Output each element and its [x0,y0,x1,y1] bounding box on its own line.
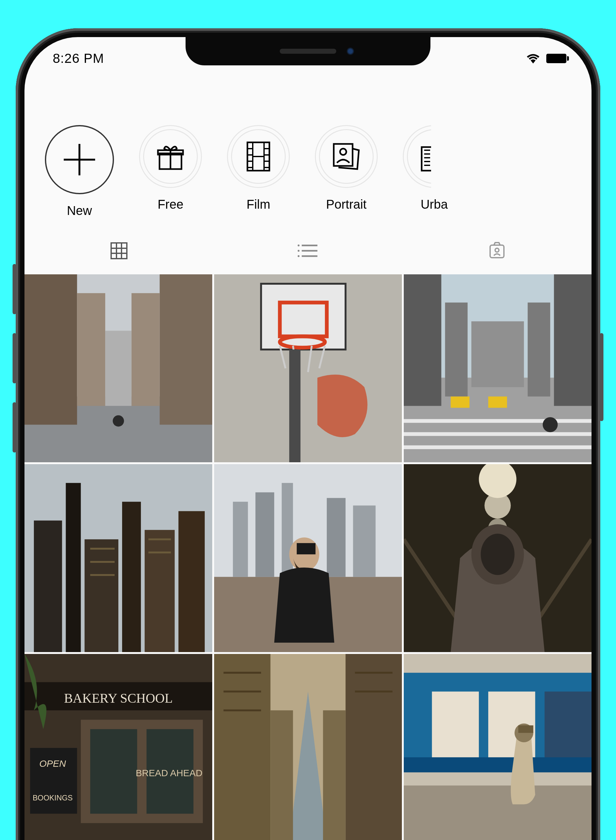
svg-rect-36 [488,397,507,408]
thumb-city-street-1[interactable] [25,274,212,462]
highlight-label: Portrait [326,197,367,212]
svg-rect-53 [297,543,315,555]
portrait-highlight[interactable]: Portrait [315,125,378,218]
svg-rect-72 [346,654,402,840]
svg-rect-20 [132,293,160,406]
svg-rect-27 [289,349,301,462]
wifi-icon [526,53,540,63]
highlight-label: Film [246,197,270,212]
film-highlight[interactable]: Film [227,125,290,218]
thumb-basketball-hoop[interactable] [214,274,402,462]
svg-rect-76 [404,786,591,840]
thumb-city-avenue[interactable] [404,274,591,462]
svg-text:OPEN: OPEN [39,758,66,769]
list-view-tab[interactable] [214,240,402,262]
svg-rect-34 [471,321,524,387]
feed-grid[interactable]: BAKERY SCHOOL BREAD AHEAD OPEN BOOKINGS [25,274,591,840]
svg-point-59 [481,534,515,575]
svg-rect-83 [518,725,534,733]
status-time: 8:26 PM [53,51,104,66]
svg-point-12 [298,255,299,257]
svg-rect-35 [451,397,470,408]
new-highlight[interactable]: New [45,125,114,218]
urban-highlight[interactable]: Urba [403,125,466,218]
svg-rect-73 [270,710,293,840]
svg-rect-78 [432,692,479,758]
svg-rect-42 [122,502,141,652]
phone-device-frame: 8:26 PM New Free [16,28,600,840]
svg-rect-80 [545,692,592,758]
highlight-label: Free [158,197,183,212]
battery-icon [546,54,566,63]
thumb-skyline-dark[interactable] [25,464,212,652]
speaker-grille [280,49,336,54]
film-icon [227,125,290,188]
svg-rect-2 [247,142,269,171]
svg-rect-18 [160,274,212,425]
grid-view-tab[interactable] [25,240,214,262]
svg-rect-48 [255,493,274,577]
thumb-man-skyline[interactable] [214,464,402,652]
status-icons [526,53,566,63]
gift-icon [139,125,202,188]
svg-point-56 [484,493,511,519]
svg-point-6 [340,149,346,155]
svg-rect-1 [158,150,183,154]
list-view-icon [297,243,319,259]
svg-rect-19 [77,293,105,406]
svg-rect-33 [528,303,550,397]
svg-rect-24 [261,284,346,349]
plus-icon [45,125,114,194]
svg-point-37 [543,417,558,432]
phone-notch [186,37,430,65]
free-highlight[interactable]: Free [139,125,202,218]
phone-screen: 8:26 PM New Free [25,37,591,840]
highlight-label: New [67,204,92,218]
grid-view-icon [110,241,128,260]
portrait-icon [315,125,378,188]
svg-point-52 [289,537,319,571]
tagged-view-icon [488,241,506,260]
svg-rect-21 [105,331,132,406]
svg-rect-51 [353,506,376,577]
thumb-downtown-view[interactable] [214,654,402,840]
svg-point-11 [298,250,299,252]
svg-rect-64 [90,729,137,814]
svg-rect-67 [30,748,77,814]
svg-rect-7 [422,147,433,171]
svg-rect-31 [554,274,591,406]
svg-rect-30 [404,274,441,406]
buildings-icon [403,125,466,188]
highlight-label: Urba [421,197,448,212]
svg-rect-44 [178,511,205,652]
svg-point-22 [113,415,124,427]
svg-rect-17 [25,274,77,425]
thumb-train-station[interactable] [404,654,591,840]
svg-rect-5 [334,144,353,166]
svg-text:BREAD AHEAD: BREAD AHEAD [136,768,202,778]
svg-text:BAKERY SCHOOL: BAKERY SCHOOL [64,691,173,706]
svg-point-14 [495,248,499,252]
tagged-view-tab[interactable] [402,240,591,262]
svg-rect-39 [34,521,62,652]
svg-point-10 [298,244,299,246]
svg-rect-32 [445,303,468,397]
highlights-row[interactable]: New Free Film Portrait [25,72,591,230]
svg-rect-71 [214,654,270,840]
svg-rect-0 [160,153,182,169]
svg-rect-74 [323,710,346,840]
feed-tabs [25,230,591,274]
svg-rect-43 [145,530,175,652]
svg-rect-41 [84,539,118,652]
svg-rect-50 [327,498,346,577]
svg-text:BOOKINGS: BOOKINGS [33,793,73,802]
svg-rect-9 [111,243,127,259]
svg-rect-47 [233,502,248,577]
svg-rect-81 [404,758,591,772]
svg-rect-40 [66,483,81,652]
svg-rect-8 [434,153,445,171]
front-camera [346,47,355,56]
thumb-bakery-shop[interactable]: BAKERY SCHOOL BREAD AHEAD OPEN BOOKINGS [25,654,212,840]
thumb-hooded-figure[interactable] [404,464,591,652]
